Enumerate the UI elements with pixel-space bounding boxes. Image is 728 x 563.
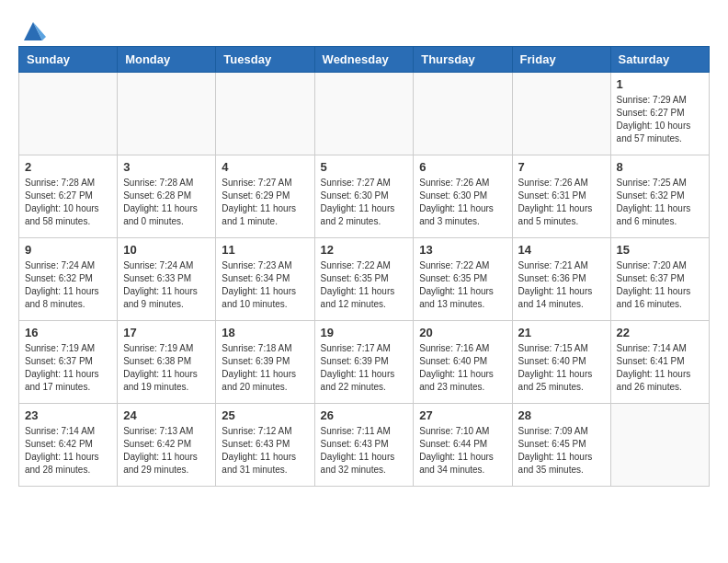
- calendar-cell: 3Sunrise: 7:28 AM Sunset: 6:28 PM Daylig…: [118, 155, 216, 238]
- day-number: 11: [222, 243, 308, 257]
- day-number: 14: [518, 243, 605, 257]
- day-number: 4: [222, 160, 308, 174]
- week-row-4: 23Sunrise: 7:14 AM Sunset: 6:42 PM Dayli…: [19, 404, 710, 487]
- day-number: 5: [321, 160, 408, 174]
- day-info: Sunrise: 7:26 AM Sunset: 6:30 PM Dayligh…: [419, 177, 506, 228]
- day-info: Sunrise: 7:11 AM Sunset: 6:43 PM Dayligh…: [321, 425, 408, 477]
- day-number: 22: [617, 326, 703, 339]
- day-info: Sunrise: 7:27 AM Sunset: 6:30 PM Dayligh…: [321, 177, 408, 228]
- day-number: 2: [25, 160, 111, 174]
- calendar-cell: 24Sunrise: 7:13 AM Sunset: 6:42 PM Dayli…: [118, 404, 216, 487]
- day-number: 26: [321, 408, 408, 422]
- calendar-cell: 11Sunrise: 7:23 AM Sunset: 6:34 PM Dayli…: [216, 238, 314, 321]
- calendar-cell: 12Sunrise: 7:22 AM Sunset: 6:35 PM Dayli…: [314, 238, 414, 321]
- calendar-cell: 23Sunrise: 7:14 AM Sunset: 6:42 PM Dayli…: [19, 404, 118, 487]
- day-number: 19: [321, 326, 408, 339]
- calendar-cell: 5Sunrise: 7:27 AM Sunset: 6:30 PM Daylig…: [314, 155, 414, 238]
- calendar-cell: 19Sunrise: 7:17 AM Sunset: 6:39 PM Dayli…: [314, 321, 414, 404]
- day-number: 13: [419, 243, 506, 257]
- day-info: Sunrise: 7:28 AM Sunset: 6:28 PM Dayligh…: [123, 177, 210, 228]
- calendar-cell: 20Sunrise: 7:16 AM Sunset: 6:40 PM Dayli…: [414, 321, 512, 404]
- calendar-cell: [512, 73, 610, 155]
- day-number: 8: [617, 160, 703, 174]
- day-info: Sunrise: 7:24 AM Sunset: 6:32 PM Dayligh…: [25, 259, 111, 311]
- calendar-cell: 7Sunrise: 7:26 AM Sunset: 6:31 PM Daylig…: [512, 155, 610, 238]
- day-info: Sunrise: 7:21 AM Sunset: 6:36 PM Dayligh…: [518, 259, 605, 311]
- week-row-3: 16Sunrise: 7:19 AM Sunset: 6:37 PM Dayli…: [19, 321, 710, 404]
- week-row-1: 2Sunrise: 7:28 AM Sunset: 6:27 PM Daylig…: [19, 155, 710, 238]
- day-number: 23: [25, 408, 111, 422]
- calendar-cell: 27Sunrise: 7:10 AM Sunset: 6:44 PM Dayli…: [414, 404, 512, 487]
- day-number: 6: [419, 160, 506, 174]
- day-info: Sunrise: 7:23 AM Sunset: 6:34 PM Dayligh…: [222, 259, 308, 311]
- day-info: Sunrise: 7:10 AM Sunset: 6:44 PM Dayligh…: [419, 425, 506, 477]
- calendar-cell: 9Sunrise: 7:24 AM Sunset: 6:32 PM Daylig…: [19, 238, 118, 321]
- day-number: 28: [518, 408, 605, 422]
- day-info: Sunrise: 7:24 AM Sunset: 6:33 PM Dayligh…: [123, 259, 210, 311]
- calendar-cell: 28Sunrise: 7:09 AM Sunset: 6:45 PM Dayli…: [512, 404, 610, 487]
- day-number: 7: [518, 160, 605, 174]
- week-row-0: 1Sunrise: 7:29 AM Sunset: 6:27 PM Daylig…: [19, 73, 710, 155]
- day-info: Sunrise: 7:26 AM Sunset: 6:31 PM Dayligh…: [518, 177, 605, 228]
- day-number: 24: [123, 408, 210, 422]
- calendar-header-tuesday: Tuesday: [216, 47, 314, 73]
- day-number: 12: [321, 243, 408, 257]
- calendar-cell: 8Sunrise: 7:25 AM Sunset: 6:32 PM Daylig…: [610, 155, 709, 238]
- calendar-cell: 6Sunrise: 7:26 AM Sunset: 6:30 PM Daylig…: [414, 155, 512, 238]
- day-number: 3: [123, 160, 210, 174]
- day-info: Sunrise: 7:19 AM Sunset: 6:37 PM Dayligh…: [25, 342, 111, 394]
- day-info: Sunrise: 7:09 AM Sunset: 6:45 PM Dayligh…: [518, 425, 605, 477]
- page-header: [18, 18, 710, 37]
- day-info: Sunrise: 7:13 AM Sunset: 6:42 PM Dayligh…: [123, 425, 210, 477]
- calendar-cell: 13Sunrise: 7:22 AM Sunset: 6:35 PM Dayli…: [414, 238, 512, 321]
- calendar-header-row: SundayMondayTuesdayWednesdayThursdayFrid…: [19, 47, 710, 73]
- day-number: 21: [518, 326, 605, 339]
- calendar-cell: [610, 404, 709, 487]
- calendar-cell: [414, 73, 512, 155]
- calendar-cell: 2Sunrise: 7:28 AM Sunset: 6:27 PM Daylig…: [19, 155, 118, 238]
- calendar-cell: 4Sunrise: 7:27 AM Sunset: 6:29 PM Daylig…: [216, 155, 314, 238]
- calendar-cell: 1Sunrise: 7:29 AM Sunset: 6:27 PM Daylig…: [610, 73, 709, 155]
- day-info: Sunrise: 7:29 AM Sunset: 6:27 PM Dayligh…: [617, 94, 703, 145]
- day-number: 16: [25, 326, 111, 339]
- day-number: 25: [222, 408, 308, 422]
- calendar-cell: 18Sunrise: 7:18 AM Sunset: 6:39 PM Dayli…: [216, 321, 314, 404]
- day-info: Sunrise: 7:12 AM Sunset: 6:43 PM Dayligh…: [222, 425, 308, 477]
- calendar-cell: 16Sunrise: 7:19 AM Sunset: 6:37 PM Dayli…: [19, 321, 118, 404]
- day-info: Sunrise: 7:22 AM Sunset: 6:35 PM Dayligh…: [419, 259, 506, 311]
- calendar-header-wednesday: Wednesday: [314, 47, 414, 73]
- day-info: Sunrise: 7:20 AM Sunset: 6:37 PM Dayligh…: [617, 259, 703, 311]
- calendar-cell: [19, 73, 118, 155]
- calendar-header-sunday: Sunday: [19, 47, 118, 73]
- day-info: Sunrise: 7:28 AM Sunset: 6:27 PM Dayligh…: [25, 177, 111, 228]
- day-info: Sunrise: 7:25 AM Sunset: 6:32 PM Dayligh…: [617, 177, 703, 228]
- calendar-cell: [118, 73, 216, 155]
- day-info: Sunrise: 7:17 AM Sunset: 6:39 PM Dayligh…: [321, 342, 408, 394]
- calendar-header-monday: Monday: [118, 47, 216, 73]
- calendar-cell: 14Sunrise: 7:21 AM Sunset: 6:36 PM Dayli…: [512, 238, 610, 321]
- day-info: Sunrise: 7:14 AM Sunset: 6:41 PM Dayligh…: [617, 342, 703, 394]
- day-info: Sunrise: 7:16 AM Sunset: 6:40 PM Dayligh…: [419, 342, 506, 394]
- calendar-cell: 26Sunrise: 7:11 AM Sunset: 6:43 PM Dayli…: [314, 404, 414, 487]
- logo: [18, 18, 46, 37]
- day-info: Sunrise: 7:19 AM Sunset: 6:38 PM Dayligh…: [123, 342, 210, 394]
- calendar-header-friday: Friday: [512, 47, 610, 73]
- day-number: 20: [419, 326, 506, 339]
- day-info: Sunrise: 7:22 AM Sunset: 6:35 PM Dayligh…: [321, 259, 408, 311]
- calendar-cell: 10Sunrise: 7:24 AM Sunset: 6:33 PM Dayli…: [118, 238, 216, 321]
- day-info: Sunrise: 7:14 AM Sunset: 6:42 PM Dayligh…: [25, 425, 111, 477]
- day-number: 10: [123, 243, 210, 257]
- day-info: Sunrise: 7:15 AM Sunset: 6:40 PM Dayligh…: [518, 342, 605, 394]
- day-number: 15: [617, 243, 703, 257]
- calendar-header-thursday: Thursday: [414, 47, 512, 73]
- calendar-cell: 22Sunrise: 7:14 AM Sunset: 6:41 PM Dayli…: [610, 321, 709, 404]
- calendar-cell: [314, 73, 414, 155]
- calendar-cell: 17Sunrise: 7:19 AM Sunset: 6:38 PM Dayli…: [118, 321, 216, 404]
- calendar-cell: [216, 73, 314, 155]
- day-number: 27: [419, 408, 506, 422]
- day-number: 1: [617, 77, 703, 91]
- day-number: 18: [222, 326, 308, 339]
- calendar-table: SundayMondayTuesdayWednesdayThursdayFrid…: [18, 46, 710, 487]
- calendar-cell: 21Sunrise: 7:15 AM Sunset: 6:40 PM Dayli…: [512, 321, 610, 404]
- week-row-2: 9Sunrise: 7:24 AM Sunset: 6:32 PM Daylig…: [19, 238, 710, 321]
